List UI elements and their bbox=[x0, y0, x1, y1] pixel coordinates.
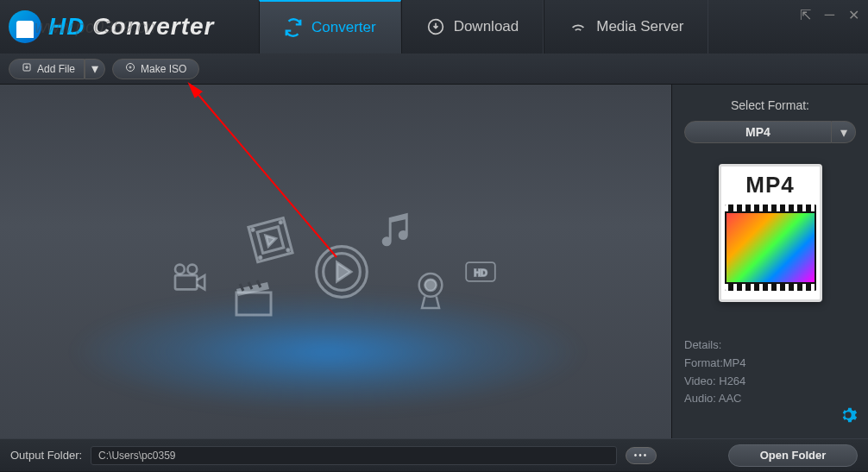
open-folder-button[interactable]: Open Folder bbox=[728, 444, 858, 467]
format-value[interactable]: MP4 bbox=[684, 121, 832, 143]
minimize-icon[interactable]: ─ bbox=[825, 7, 834, 23]
content-area: HD Select Format: MP4 ▾ MP4 Details: For… bbox=[0, 85, 868, 438]
svg-point-15 bbox=[287, 249, 290, 252]
details-video: Video: H264 bbox=[684, 373, 856, 391]
clapperboard-icon bbox=[232, 279, 275, 320]
drop-zone[interactable]: HD bbox=[0, 85, 671, 438]
svg-marker-11 bbox=[266, 233, 277, 246]
webcam-icon bbox=[413, 270, 448, 315]
svg-point-12 bbox=[252, 229, 255, 231]
tab-converter[interactable]: Converter bbox=[259, 0, 401, 53]
settings-button[interactable] bbox=[839, 406, 858, 428]
refresh-icon bbox=[284, 18, 303, 37]
tab-media-server-label: Media Server bbox=[596, 18, 683, 35]
svg-rect-8 bbox=[175, 275, 197, 289]
disc-icon bbox=[125, 62, 135, 75]
svg-point-2 bbox=[127, 64, 135, 72]
details-heading: Details: bbox=[684, 337, 856, 355]
chevron-down-icon: ▾ bbox=[91, 60, 98, 77]
svg-point-21 bbox=[425, 280, 436, 291]
download-icon bbox=[426, 17, 445, 36]
wifi-icon bbox=[569, 17, 588, 36]
film-strip-icon bbox=[725, 205, 816, 291]
tab-download-label: Download bbox=[454, 18, 519, 35]
play-circle-icon bbox=[314, 244, 369, 303]
svg-text:HD: HD bbox=[474, 267, 487, 278]
make-iso-button[interactable]: Make ISO bbox=[112, 59, 199, 79]
tab-converter-label: Converter bbox=[311, 19, 376, 36]
expand-icon[interactable]: ⇱ bbox=[800, 7, 811, 23]
preview-format-label: MP4 bbox=[721, 172, 820, 198]
close-icon[interactable]: ✕ bbox=[848, 7, 859, 23]
svg-point-6 bbox=[175, 265, 185, 274]
format-details: Details: Format:MP4 Video: H264 Audio: A… bbox=[684, 337, 856, 408]
main-tabs: Converter Download Media Server bbox=[259, 0, 708, 53]
footer-bar: Output Folder: ••• Open Folder bbox=[0, 438, 868, 471]
window-controls: ⇱ ─ ✕ bbox=[800, 7, 859, 23]
add-file-button[interactable]: Add File bbox=[9, 59, 85, 79]
tab-download[interactable]: Download bbox=[401, 0, 544, 53]
app-logo-icon bbox=[9, 10, 41, 43]
add-file-label: Add File bbox=[37, 63, 75, 75]
select-format-label: Select Format: bbox=[684, 98, 856, 112]
music-note-icon bbox=[379, 210, 417, 255]
svg-rect-16 bbox=[236, 293, 271, 315]
output-folder-input[interactable] bbox=[91, 446, 617, 465]
format-preview: MP4 bbox=[719, 164, 822, 302]
plus-icon bbox=[22, 62, 32, 75]
format-sidebar: Select Format: MP4 ▾ MP4 Details: Format… bbox=[671, 85, 868, 438]
make-iso-label: Make ISO bbox=[141, 63, 186, 75]
svg-point-13 bbox=[280, 221, 282, 223]
format-dropdown[interactable]: ▾ bbox=[832, 121, 856, 143]
media-icons-group: HD bbox=[120, 175, 551, 348]
details-audio: Audio: AAC bbox=[684, 390, 856, 408]
logo-area: HD Converter bbox=[0, 10, 259, 43]
hd-badge-icon: HD bbox=[465, 261, 496, 286]
app-title: HD Converter bbox=[48, 13, 215, 41]
film-frame-icon bbox=[244, 213, 298, 269]
format-selector: MP4 ▾ bbox=[684, 121, 856, 143]
svg-marker-19 bbox=[337, 262, 351, 280]
svg-point-14 bbox=[259, 256, 261, 259]
output-folder-label: Output Folder: bbox=[10, 449, 82, 462]
header-bar: HD Converter Converter Download Media Se… bbox=[0, 0, 868, 53]
details-format: Format:MP4 bbox=[684, 355, 856, 373]
video-camera-icon bbox=[172, 261, 210, 296]
svg-point-7 bbox=[187, 265, 197, 274]
add-file-dropdown[interactable]: ▾ bbox=[85, 59, 105, 79]
browse-button[interactable]: ••• bbox=[626, 447, 657, 464]
toolbar: Add File ▾ Make ISO bbox=[0, 53, 868, 85]
svg-point-3 bbox=[129, 66, 131, 68]
tab-media-server[interactable]: Media Server bbox=[544, 0, 708, 53]
chevron-down-icon: ▾ bbox=[840, 124, 847, 141]
